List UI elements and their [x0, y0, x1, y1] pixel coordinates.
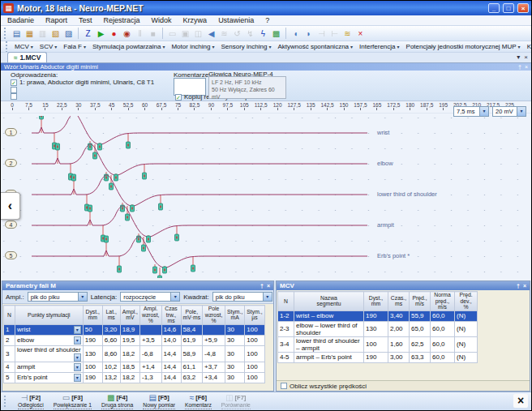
- cursor-marker[interactable]: [175, 234, 179, 241]
- cursor-marker[interactable]: [98, 143, 102, 150]
- cell-stim-point[interactable]: armpit▾: [15, 362, 84, 372]
- trace-number-badge[interactable]: 1: [5, 128, 17, 136]
- panel-close-icon[interactable]: ×: [523, 281, 526, 290]
- cursor-marker[interactable]: [191, 265, 195, 272]
- average-icon[interactable]: Z: [82, 28, 94, 40]
- stimulus-icon[interactable]: ϟ: [257, 28, 269, 40]
- cell-stim-point[interactable]: elbow▾: [15, 335, 84, 345]
- test-button-motor-inching[interactable]: Motor inching▾: [169, 43, 217, 50]
- cursor-marker[interactable]: [93, 152, 97, 159]
- sidebar-flyout-button[interactable]: ‹: [1, 192, 20, 220]
- toolbar-grip[interactable]: [4, 28, 6, 39]
- cursor-marker[interactable]: [142, 245, 146, 251]
- cursor-marker[interactable]: [109, 183, 114, 190]
- lead-item-empty[interactable]: [11, 93, 17, 100]
- speaker-icon[interactable]: ◀: [205, 28, 217, 40]
- latency-select[interactable]: rozpoczęcie▾: [120, 292, 180, 302]
- interference-icon[interactable]: ≋: [341, 28, 354, 40]
- cursor-marker[interactable]: [147, 236, 151, 242]
- table-row[interactable]: 3lower third of shoulder▾1308,6018,2-6,8…: [4, 345, 265, 362]
- cursor-marker[interactable]: [56, 143, 60, 150]
- new-exam-icon[interactable]: ▤: [11, 28, 23, 40]
- start-icon[interactable]: ▶: [95, 28, 107, 40]
- chevron-down-icon[interactable]: ▾: [78, 293, 87, 301]
- chevron-down-icon[interactable]: ▾: [74, 336, 81, 345]
- waveform-trace-3[interactable]: [32, 175, 367, 206]
- table-row[interactable]: 1-2wrist – elbow1903,4055,960,0(N): [278, 310, 478, 321]
- table-row[interactable]: 1wrist▾503,2018,914,658,430100: [4, 324, 265, 335]
- menu-item-krzywa[interactable]: Krzywa: [183, 16, 208, 24]
- test-button-sensory-inching[interactable]: Sensory inching▾: [219, 43, 274, 50]
- test-button-scv[interactable]: SCV▾: [37, 43, 59, 50]
- table-row[interactable]: 2-3elbow – lower third of shoulder1302,0…: [278, 321, 478, 336]
- ampl-select[interactable]: pik do piku▾: [28, 292, 88, 302]
- chevron-down-icon[interactable]: ▾: [74, 374, 81, 382]
- cursor-marker[interactable]: [158, 276, 162, 278]
- table-row[interactable]: 5Erb's point▾19013,218,2-1,314,463,2+3,4…: [4, 372, 265, 383]
- menu-item-rejestracja[interactable]: Rejestracja: [104, 16, 140, 24]
- chevron-down-icon[interactable]: ▾: [263, 293, 272, 301]
- cursor-marker[interactable]: [114, 174, 118, 181]
- chevron-down-icon[interactable]: ▾: [479, 107, 488, 116]
- compute-all-velocities[interactable]: Oblicz wszystkie prędkości: [277, 380, 530, 391]
- test-button-stymulacja-powtarzalna[interactable]: Stymulacja powtarzalna▾: [90, 43, 168, 50]
- cell-stim-point[interactable]: lower third of shoulder▾: [15, 345, 84, 362]
- cursor-marker[interactable]: [153, 267, 157, 273]
- test-button-aktywno-spontaniczna[interactable]: Aktywność spontaniczna▾: [275, 43, 355, 50]
- menu-item-test[interactable]: Test: [79, 16, 92, 24]
- lead-checkbox[interactable]: [11, 93, 17, 100]
- toolbar-grip-3[interactable]: [4, 396, 6, 407]
- table-row[interactable]: 4armpit▾10010,218,5+1,414,461,1+3,730100: [4, 362, 265, 372]
- lead-item-empty[interactable]: [11, 87, 17, 93]
- cursor-marker[interactable]: [105, 236, 109, 242]
- waveform-area[interactable]: 07,51522,53037,54552,56067,57582,59097,5…: [1, 101, 531, 280]
- fkey-button-odleg-o-ci[interactable]: ⊣[F2]Odległości: [18, 394, 44, 409]
- menu-item-ustawienia[interactable]: Ustawienia: [218, 16, 254, 24]
- fkey-button-powi-kszanie-1[interactable]: ▭[F3]Powiększanie 1: [54, 394, 92, 409]
- delete-marker-icon[interactable]: ×: [354, 28, 367, 40]
- restore-button[interactable]: □: [503, 3, 514, 13]
- test-button-fala-f[interactable]: Fala F▾: [61, 43, 88, 50]
- cell-stim-point[interactable]: wrist▾: [15, 324, 84, 335]
- cursor-marker[interactable]: [131, 205, 135, 212]
- minimize-button[interactable]: _: [488, 3, 500, 13]
- fkey-button-komentarz[interactable]: ≈[F6]Komentarz: [185, 394, 212, 409]
- test-button-interferencja[interactable]: Interferencja▾: [357, 43, 401, 50]
- sound-left-icon[interactable]: ◖: [290, 28, 302, 40]
- lead-item[interactable]: ✓ 1: prawa, Abductor digiti minimi, Ulna…: [11, 79, 154, 86]
- chevron-down-icon[interactable]: ▾: [170, 293, 179, 301]
- cursor-marker[interactable]: [40, 116, 44, 119]
- cursor-marker[interactable]: [72, 174, 76, 181]
- cursor-marker[interactable]: [143, 173, 147, 179]
- test-button-potencja-y-jednostki-motorycznej-mup[interactable]: Potencjały jednostki motorycznej MUP▾: [404, 43, 523, 50]
- test-button-kr-tkolatencyjne[interactable]: Krótkolatencyjne▾: [525, 43, 531, 50]
- trace-number-badge[interactable]: 5: [5, 251, 17, 259]
- cursor-marker[interactable]: [88, 205, 92, 212]
- close-button[interactable]: ×: [517, 3, 529, 13]
- test-button-mcv[interactable]: MCV▾: [12, 43, 36, 50]
- cursor-marker[interactable]: [163, 267, 167, 273]
- cell-stim-point[interactable]: Erb's point▾: [15, 372, 84, 383]
- table-row[interactable]: 4-5armpit – Erb's point1903,0063,360,0(N…: [278, 352, 478, 362]
- waveform-trace-1[interactable]: [32, 116, 367, 144]
- waveform-trace-2[interactable]: [32, 144, 367, 175]
- menu-item-badanie[interactable]: Badanie: [7, 16, 34, 24]
- chevron-down-icon[interactable]: ▾: [74, 353, 81, 362]
- import-exam-icon[interactable]: ▧: [49, 28, 62, 40]
- panel-close-icon[interactable]: ×: [267, 281, 270, 290]
- cursor-marker[interactable]: [118, 266, 122, 272]
- lead-checkbox[interactable]: [11, 87, 17, 93]
- open-exam-icon[interactable]: ▦: [24, 28, 36, 40]
- waveform-trace-5[interactable]: [32, 237, 367, 268]
- patient-screen-icon[interactable]: ▩: [270, 28, 282, 40]
- fkey-button-nowy-pomiar[interactable]: ▤[F5]Nowy pomiar: [143, 394, 175, 409]
- square-select[interactable]: pik do piku▾: [212, 292, 272, 302]
- waveform-trace-4[interactable]: [32, 206, 367, 237]
- lead-checkbox-checked[interactable]: ✓: [11, 79, 17, 86]
- table-row[interactable]: 2elbow▾1906,6019,5+3,514,061,9+5,930100: [4, 335, 265, 345]
- record-stim-icon[interactable]: ◉: [121, 28, 133, 40]
- table-row[interactable]: 3-4lower third of shoulder – armpit1001,…: [278, 336, 478, 352]
- chevron-down-icon[interactable]: ▾: [517, 107, 526, 116]
- chevron-down-icon[interactable]: ▾: [74, 363, 81, 371]
- chevron-down-icon[interactable]: ▾: [74, 326, 81, 334]
